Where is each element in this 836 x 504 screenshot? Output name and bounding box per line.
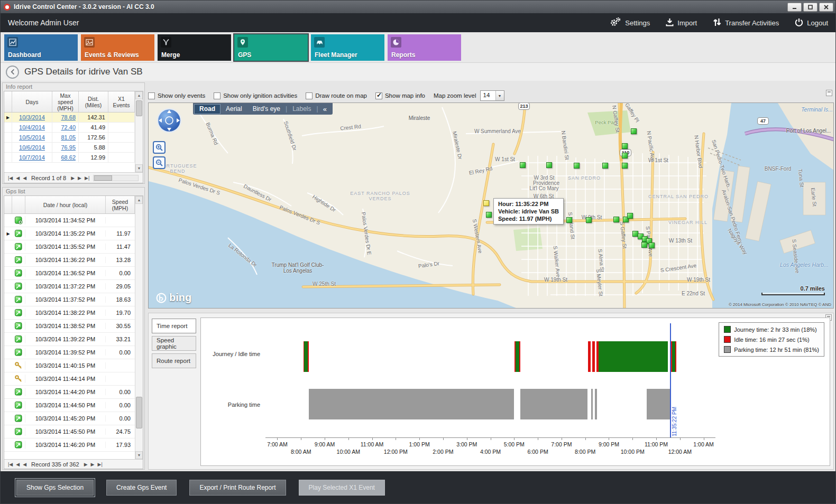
nav-tile-merge[interactable]: Merge	[158, 34, 231, 61]
next-page-icon[interactable]: ▶	[91, 462, 95, 467]
tab-time-report[interactable]: Time report	[152, 319, 196, 333]
gps-list-row[interactable]: 10/3/2014 11:40:15 PM	[4, 359, 135, 372]
checkbox-box[interactable]	[375, 92, 382, 99]
gps-list-row[interactable]: 10/3/2014 11:37:22 PM29.05	[4, 280, 135, 293]
checkbox-show-only-events[interactable]: Show only events	[148, 92, 205, 99]
column-header-dist[interactable]: Dist. (Miles)	[79, 91, 108, 112]
scrollbar-thumb[interactable]	[136, 100, 142, 116]
import-button[interactable]: Import	[666, 18, 697, 28]
checkbox-box[interactable]	[306, 92, 313, 99]
info-report-row[interactable]: 10/6/201476.955.88	[4, 143, 135, 153]
gps-list-row[interactable]: 10/3/2014 11:36:22 PM13.28	[4, 254, 135, 267]
prev-record-icon[interactable]: ◀	[23, 462, 26, 467]
zoom-out-button[interactable]	[153, 156, 166, 169]
checkbox-draw-route[interactable]: Draw route on map	[306, 92, 367, 99]
scrollbar-thumb[interactable]	[94, 175, 112, 181]
nav-tile-fleet-manager[interactable]: Fleet Manager	[311, 34, 384, 61]
gps-map-marker[interactable]	[566, 217, 572, 223]
gps-map-marker[interactable]	[574, 163, 580, 169]
map-tab-birds-eye[interactable]: Bird's eye	[247, 104, 286, 114]
gps-list-row[interactable]: 10/3/2014 11:39:52 PM0.00	[4, 346, 135, 359]
column-header-date-hour[interactable]: Date / hour (local)	[25, 196, 106, 213]
chevron-down-icon[interactable]: ▼	[495, 91, 504, 100]
map-tab-aerial[interactable]: Aerial	[221, 104, 247, 114]
first-page-icon[interactable]: |◀	[8, 462, 13, 467]
checkbox-box[interactable]	[148, 92, 155, 99]
gps-list-row[interactable]: 10/3/2014 11:38:22 PM19.70	[4, 306, 135, 320]
max-speed-link[interactable]: 68.62	[61, 154, 76, 161]
nav-tile-gps[interactable]: GPS	[234, 34, 308, 61]
gps-map-marker[interactable]	[622, 153, 628, 158]
info-report-row[interactable]: 10/4/201472.4041.49	[4, 123, 135, 133]
tab-route-report[interactable]: Route report	[152, 353, 196, 368]
next-record-icon[interactable]: ▶	[71, 175, 75, 181]
nav-tile-events-reviews[interactable]: Events & Reviews	[81, 34, 154, 61]
gps-list-row[interactable]: 10/3/2014 11:34:52 PM	[4, 214, 135, 227]
minimize-button[interactable]	[787, 3, 802, 12]
export-print-route-report-button[interactable]: Export / Print Route Report	[189, 480, 286, 496]
gps-list-vscrollbar[interactable]: ▲ ▼	[135, 196, 143, 459]
first-page-icon[interactable]: |◀	[8, 175, 13, 181]
gps-list-row[interactable]: 10/3/2014 11:44:14 PM	[4, 372, 135, 386]
map-tab-road[interactable]: Road	[194, 104, 221, 114]
gps-list-row[interactable]: 10/3/2014 11:36:52 PM0.00	[4, 267, 135, 280]
hscrollbar[interactable]	[93, 175, 139, 181]
info-report-vscrollbar[interactable]: ▲ ▼	[135, 91, 143, 172]
gps-list-row[interactable]: 10/3/2014 11:45:20 PM0.00	[4, 412, 135, 425]
next-page-icon[interactable]: ▶	[78, 175, 81, 181]
back-button[interactable]	[6, 66, 19, 79]
max-speed-link[interactable]: 76.95	[61, 144, 76, 151]
gps-list-row[interactable]: ▶10/3/2014 11:35:22 PM11.97	[4, 227, 135, 240]
gps-map-marker[interactable]	[486, 212, 492, 218]
create-gps-event-button[interactable]: Create Gps Event	[106, 480, 177, 496]
day-link[interactable]: 10/3/2014	[19, 114, 45, 120]
nav-tile-dashboard[interactable]: Dashboard	[4, 34, 78, 61]
prev-page-icon[interactable]: ◀	[16, 462, 20, 467]
map-zoom-level-select[interactable]: 14 ▼	[480, 90, 504, 101]
gps-map-marker[interactable]	[546, 162, 552, 168]
day-link[interactable]: 10/5/2014	[19, 134, 45, 141]
max-speed-link[interactable]: 81.05	[61, 134, 76, 141]
max-speed-link[interactable]: 72.40	[61, 124, 76, 130]
prev-page-icon[interactable]: ◀	[16, 175, 20, 181]
settings-button[interactable]: Settings	[610, 17, 650, 29]
column-header-speed[interactable]: Speed (MPH)	[106, 196, 135, 213]
max-speed-link[interactable]: 78.68	[61, 114, 76, 120]
gps-list-row[interactable]: 10/3/2014 11:35:52 PM11.47	[4, 240, 135, 254]
play-selected-x1-event-button[interactable]: Play Selected X1 Event	[299, 480, 385, 496]
day-link[interactable]: 10/4/2014	[19, 124, 45, 130]
close-button[interactable]	[819, 3, 833, 12]
nav-tile-reports[interactable]: Reports	[388, 34, 461, 61]
scroll-up-icon[interactable]: ▲	[135, 196, 143, 204]
last-page-icon[interactable]: ▶|	[85, 175, 89, 181]
show-gps-selection-button[interactable]: Show Gps Selection	[16, 480, 94, 496]
logout-button[interactable]: Logout	[795, 18, 828, 28]
scroll-down-icon[interactable]: ▼	[135, 451, 143, 459]
gps-map-marker[interactable]	[622, 143, 628, 149]
selected-gps-map-marker[interactable]	[483, 200, 489, 206]
day-link[interactable]: 10/6/2014	[19, 144, 45, 151]
day-link[interactable]: 10/7/2014	[19, 154, 45, 161]
gps-map-marker[interactable]	[649, 242, 655, 248]
column-header-x1-events[interactable]: X1 Events	[108, 91, 135, 112]
map-canvas[interactable]: MiralestePeck ParkW Summerland AveCrest …	[148, 102, 834, 309]
scrollbar-thumb[interactable]	[136, 397, 142, 428]
info-report-row[interactable]: 10/5/201481.05172.56	[4, 133, 135, 143]
gps-map-marker[interactable]	[622, 163, 628, 169]
checkbox-box[interactable]	[214, 92, 221, 99]
maximize-button[interactable]	[803, 3, 817, 12]
gps-map-marker[interactable]	[520, 162, 526, 168]
next-record-icon[interactable]: ▶	[84, 462, 88, 467]
scroll-down-icon[interactable]: ▼	[135, 164, 143, 172]
map-tabs-collapse-icon[interactable]: «	[318, 105, 332, 113]
gps-map-marker[interactable]	[627, 213, 633, 219]
zoom-in-button[interactable]	[153, 141, 166, 154]
tab-speed-graphic[interactable]: Speed graphic	[152, 336, 196, 351]
gps-map-marker[interactable]	[631, 128, 637, 134]
checkbox-show-map-info[interactable]: Show map info	[375, 92, 425, 99]
info-report-row[interactable]: 10/7/201468.6212.99	[4, 153, 135, 163]
map-compass-control[interactable]	[156, 107, 182, 135]
gps-list-row[interactable]: 10/3/2014 11:44:50 PM0.00	[4, 399, 135, 412]
last-page-icon[interactable]: ▶|	[97, 462, 102, 467]
gps-list-row[interactable]: 10/3/2014 11:44:20 PM0.00	[4, 386, 135, 399]
